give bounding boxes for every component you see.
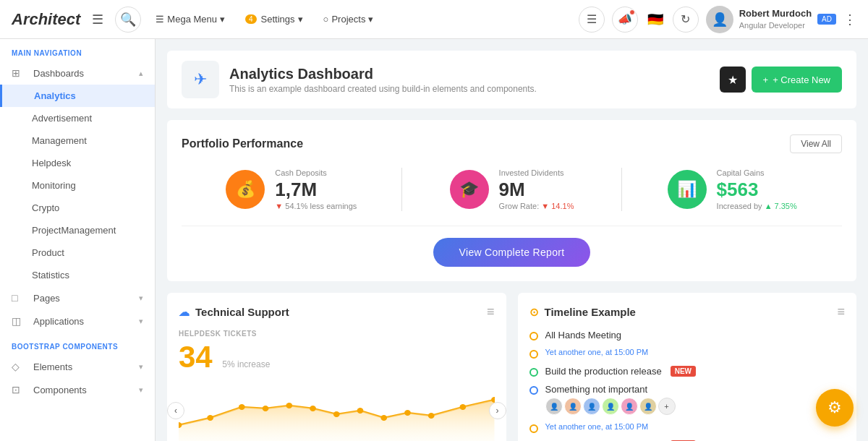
elements-label: Elements — [33, 361, 72, 372]
avatar: 👤 — [564, 398, 582, 415]
dashboards-label: Dashboards — [33, 68, 84, 79]
sidebar: MAIN NAVIGATION ⊞ Dashboards ▴ Analytics… — [0, 39, 156, 441]
view-complete-report-button[interactable]: View Complete Report — [433, 238, 591, 267]
megaphone-icon-btn[interactable]: 📣 — [612, 7, 638, 33]
fab-settings-button[interactable]: ⚙ — [816, 389, 854, 427]
svg-point-8 — [380, 415, 387, 421]
search-icon[interactable]: 🔍 — [115, 7, 141, 33]
svg-point-1 — [207, 415, 213, 421]
timeline-text: Something not important — [545, 384, 676, 395]
chevron-down-icon: ▾ — [139, 362, 143, 372]
metric-sub: Grow Rate: ▼ 14.1% — [499, 202, 574, 210]
timeline-dot — [529, 424, 538, 433]
user-name: Robert Murdoch — [739, 8, 812, 20]
timeline-list: All Hands Meeting Yet another one, at 15… — [529, 330, 846, 441]
cash-deposits-icon: 💰 — [226, 170, 265, 209]
sidebar-item-product[interactable]: Product — [0, 241, 155, 264]
user-profile[interactable]: 👤 Robert Murdoch Angular Developer AD — [706, 6, 836, 33]
chevron-down-icon: ▾ — [298, 14, 303, 25]
metric-capital: 📊 Capital Gains $563 Increased by ▲ 7.35… — [622, 168, 842, 210]
list-icon-btn[interactable]: ☰ — [579, 7, 605, 33]
sidebar-item-management[interactable]: Management — [0, 129, 155, 152]
main-content: ✈ Analytics Dashboard This is an example… — [156, 39, 868, 441]
timeline-item: Something not important 👤 👤 👤 👤 👤 👤 + — [529, 384, 846, 415]
more-options-icon[interactable]: ⋮ — [843, 12, 856, 27]
timeline-item: Build the production release NEW — [529, 366, 846, 377]
star-button[interactable]: ★ — [720, 67, 746, 93]
portfolio-metrics: 💰 Cash Deposits 1,7M ▼ 54.1% less earnin… — [182, 168, 842, 211]
svg-point-7 — [357, 408, 364, 414]
elements-icon: ◇ — [12, 361, 27, 372]
chevron-down-icon: ▾ — [139, 385, 143, 395]
timeline-text: Build the production release — [545, 366, 662, 377]
hamburger-icon[interactable]: ☰ — [92, 12, 103, 27]
sidebar-dashboards-group[interactable]: ⊞ Dashboards ▴ — [0, 61, 155, 85]
pages-label: Pages — [33, 293, 60, 304]
svg-point-11 — [459, 404, 466, 410]
view-all-button[interactable]: View All — [790, 134, 842, 153]
projects-menu-item[interactable]: ○ Projects ▾ — [315, 9, 383, 29]
sidebar-item-statistics[interactable]: Statistics — [0, 264, 155, 286]
sidebar-item-label: Crypto — [32, 202, 59, 213]
chart-prev-button[interactable]: ‹ — [167, 402, 184, 419]
sidebar-item-helpdesk[interactable]: Helpdesk — [0, 152, 155, 174]
pages-icon: □ — [12, 292, 27, 304]
avatar: 👤 — [706, 6, 733, 33]
sidebar-item-monitoring[interactable]: Monitoring — [0, 174, 155, 197]
sidebar-item-label: Management — [32, 135, 87, 146]
settings-label: Settings — [261, 14, 295, 25]
metric-value: 1,7M — [275, 180, 357, 199]
timeline-icon: ⊙ — [529, 306, 539, 319]
notification-dot — [629, 9, 635, 15]
mega-menu-item[interactable]: ☰ Mega Menu ▾ — [147, 9, 234, 29]
svg-point-10 — [428, 413, 435, 419]
chevron-up-icon: ▴ — [139, 69, 143, 78]
chevron-down-icon: ▾ — [139, 294, 143, 303]
sidebar-applications-group[interactable]: ◫ Applications ▾ — [0, 309, 155, 333]
page-subtitle: This is an example dashboard created usi… — [229, 84, 537, 94]
flag-icon[interactable]: 🇩🇪 — [645, 12, 665, 27]
sidebar-item-label: Statistics — [32, 270, 69, 281]
bottom-row: ☁ Technical Support ≡ HELPDESK TICKETS 3… — [167, 293, 856, 441]
svg-point-3 — [263, 406, 269, 411]
components-label: Components — [33, 385, 87, 395]
bootstrap-label: BOOTSTRAP COMPONENTS — [0, 333, 155, 355]
metric-invested: 🎓 Invested Dividents 9M Grow Rate: ▼ 14.… — [402, 168, 622, 210]
nav-menu: ☰ Mega Menu ▾ 4 Settings ▾ ○ Projects ▾ — [147, 9, 578, 29]
timeline-item: Yet another one, at 15:00 PM — [529, 348, 846, 359]
sidebar-item-crypto[interactable]: Crypto — [0, 197, 155, 219]
svg-point-4 — [286, 403, 292, 408]
avatar: 👤 — [602, 398, 619, 415]
avatar: 👤 — [639, 398, 657, 415]
metric-sub: ▼ 54.1% less earnings — [275, 202, 357, 210]
add-avatar-button[interactable]: + — [658, 398, 676, 415]
sidebar-item-projectmanagement[interactable]: ProjectManagement — [0, 219, 155, 241]
main-nav-label: MAIN NAVIGATION — [0, 39, 155, 61]
svg-point-2 — [239, 404, 245, 410]
card-menu-icon[interactable]: ≡ — [487, 304, 495, 320]
card-menu-icon[interactable]: ≡ — [837, 304, 845, 320]
sidebar-components-group[interactable]: ⊡ Components ▾ — [0, 378, 155, 401]
chart-next-button[interactable]: › — [489, 402, 506, 419]
sidebar-pages-group[interactable]: □ Pages ▾ — [0, 286, 155, 309]
metric-value: 9M — [499, 180, 574, 199]
avatar: 👤 — [545, 398, 563, 415]
nav-right: ☰ 📣 🇩🇪 ↻ 👤 Robert Murdoch Angular Develo… — [579, 6, 856, 33]
invested-icon: 🎓 — [450, 170, 489, 209]
svg-point-5 — [310, 406, 316, 411]
chevron-down-icon: ▾ — [368, 14, 373, 25]
create-new-button[interactable]: + + Create New — [752, 67, 842, 93]
page-header-icon: ✈ — [182, 61, 219, 98]
capital-icon: 📊 — [668, 170, 707, 209]
timeline-time: Yet another one, at 15:00 PM — [545, 422, 649, 431]
mega-menu-label: Mega Menu — [167, 14, 217, 25]
avatar: 👤 — [621, 398, 638, 415]
sidebar-item-analytics[interactable]: Analytics — [0, 85, 155, 107]
portfolio-card: Portfolio Performance View All 💰 Cash De… — [167, 120, 856, 281]
refresh-icon-btn[interactable]: ↻ — [673, 7, 699, 33]
sidebar-elements-group[interactable]: ◇ Elements ▾ — [0, 355, 155, 378]
sidebar-item-advertisement[interactable]: Advertisement — [0, 107, 155, 129]
settings-menu-item[interactable]: 4 Settings ▾ — [237, 9, 312, 29]
card-title: ☁ Technical Support — [179, 306, 289, 319]
cloud-icon: ☁ — [179, 306, 190, 319]
